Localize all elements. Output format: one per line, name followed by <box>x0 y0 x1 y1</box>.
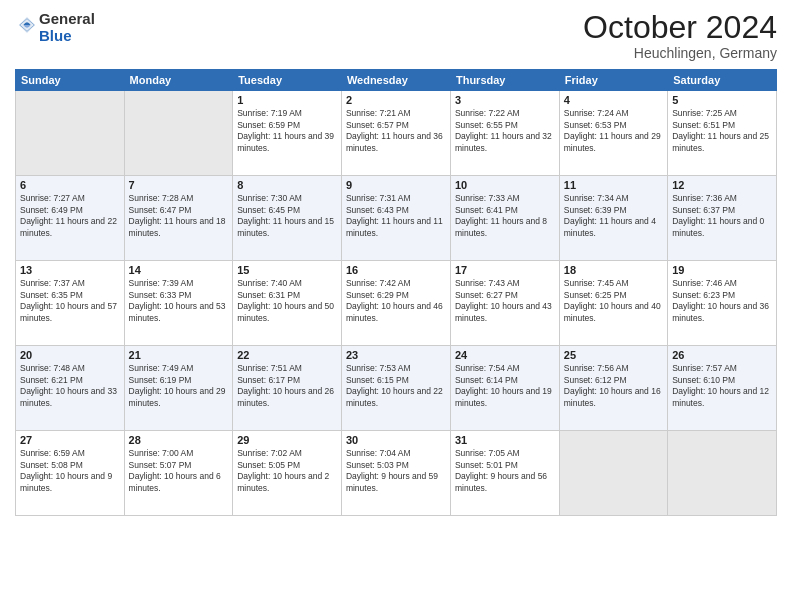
day-number: 19 <box>672 264 772 276</box>
calendar-cell: 12Sunrise: 7:36 AMSunset: 6:37 PMDayligh… <box>668 176 777 261</box>
day-number: 15 <box>237 264 337 276</box>
week-row-1: 1Sunrise: 7:19 AMSunset: 6:59 PMDaylight… <box>16 91 777 176</box>
day-number: 21 <box>129 349 229 361</box>
calendar-cell <box>559 431 667 516</box>
day-info: Sunrise: 7:51 AMSunset: 6:17 PMDaylight:… <box>237 363 337 409</box>
day-info: Sunrise: 6:59 AMSunset: 5:08 PMDaylight:… <box>20 448 120 494</box>
day-number: 29 <box>237 434 337 446</box>
day-number: 6 <box>20 179 120 191</box>
day-number: 5 <box>672 94 772 106</box>
day-number: 10 <box>455 179 555 191</box>
day-number: 3 <box>455 94 555 106</box>
logo: General Blue <box>15 10 95 45</box>
day-number: 14 <box>129 264 229 276</box>
calendar-cell: 15Sunrise: 7:40 AMSunset: 6:31 PMDayligh… <box>233 261 342 346</box>
day-info: Sunrise: 7:19 AMSunset: 6:59 PMDaylight:… <box>237 108 337 154</box>
page: General Blue October 2024 Heuchlingen, G… <box>0 0 792 612</box>
day-info: Sunrise: 7:57 AMSunset: 6:10 PMDaylight:… <box>672 363 772 409</box>
day-info: Sunrise: 7:42 AMSunset: 6:29 PMDaylight:… <box>346 278 446 324</box>
column-header-friday: Friday <box>559 70 667 91</box>
column-header-saturday: Saturday <box>668 70 777 91</box>
calendar-cell: 29Sunrise: 7:02 AMSunset: 5:05 PMDayligh… <box>233 431 342 516</box>
column-header-wednesday: Wednesday <box>341 70 450 91</box>
calendar-header-row: SundayMondayTuesdayWednesdayThursdayFrid… <box>16 70 777 91</box>
day-info: Sunrise: 7:02 AMSunset: 5:05 PMDaylight:… <box>237 448 337 494</box>
day-info: Sunrise: 7:22 AMSunset: 6:55 PMDaylight:… <box>455 108 555 154</box>
day-info: Sunrise: 7:40 AMSunset: 6:31 PMDaylight:… <box>237 278 337 324</box>
calendar-cell: 9Sunrise: 7:31 AMSunset: 6:43 PMDaylight… <box>341 176 450 261</box>
day-number: 17 <box>455 264 555 276</box>
day-number: 22 <box>237 349 337 361</box>
day-info: Sunrise: 7:21 AMSunset: 6:57 PMDaylight:… <box>346 108 446 154</box>
day-info: Sunrise: 7:53 AMSunset: 6:15 PMDaylight:… <box>346 363 446 409</box>
day-info: Sunrise: 7:31 AMSunset: 6:43 PMDaylight:… <box>346 193 446 239</box>
day-info: Sunrise: 7:37 AMSunset: 6:35 PMDaylight:… <box>20 278 120 324</box>
day-info: Sunrise: 7:49 AMSunset: 6:19 PMDaylight:… <box>129 363 229 409</box>
calendar-cell: 10Sunrise: 7:33 AMSunset: 6:41 PMDayligh… <box>450 176 559 261</box>
day-info: Sunrise: 7:34 AMSunset: 6:39 PMDaylight:… <box>564 193 663 239</box>
calendar-cell: 5Sunrise: 7:25 AMSunset: 6:51 PMDaylight… <box>668 91 777 176</box>
calendar-cell: 25Sunrise: 7:56 AMSunset: 6:12 PMDayligh… <box>559 346 667 431</box>
day-number: 31 <box>455 434 555 446</box>
logo-text: General Blue <box>39 10 95 45</box>
day-info: Sunrise: 7:00 AMSunset: 5:07 PMDaylight:… <box>129 448 229 494</box>
calendar-cell: 7Sunrise: 7:28 AMSunset: 6:47 PMDaylight… <box>124 176 233 261</box>
column-header-thursday: Thursday <box>450 70 559 91</box>
calendar-cell: 13Sunrise: 7:37 AMSunset: 6:35 PMDayligh… <box>16 261 125 346</box>
day-info: Sunrise: 7:36 AMSunset: 6:37 PMDaylight:… <box>672 193 772 239</box>
day-number: 24 <box>455 349 555 361</box>
day-number: 27 <box>20 434 120 446</box>
column-header-monday: Monday <box>124 70 233 91</box>
day-info: Sunrise: 7:05 AMSunset: 5:01 PMDaylight:… <box>455 448 555 494</box>
day-info: Sunrise: 7:28 AMSunset: 6:47 PMDaylight:… <box>129 193 229 239</box>
calendar-cell: 17Sunrise: 7:43 AMSunset: 6:27 PMDayligh… <box>450 261 559 346</box>
day-number: 13 <box>20 264 120 276</box>
calendar-cell: 2Sunrise: 7:21 AMSunset: 6:57 PMDaylight… <box>341 91 450 176</box>
title-block: October 2024 Heuchlingen, Germany <box>583 10 777 61</box>
day-number: 12 <box>672 179 772 191</box>
day-info: Sunrise: 7:54 AMSunset: 6:14 PMDaylight:… <box>455 363 555 409</box>
week-row-3: 13Sunrise: 7:37 AMSunset: 6:35 PMDayligh… <box>16 261 777 346</box>
day-number: 16 <box>346 264 446 276</box>
day-info: Sunrise: 7:46 AMSunset: 6:23 PMDaylight:… <box>672 278 772 324</box>
day-number: 20 <box>20 349 120 361</box>
day-number: 4 <box>564 94 663 106</box>
calendar-cell: 8Sunrise: 7:30 AMSunset: 6:45 PMDaylight… <box>233 176 342 261</box>
day-number: 18 <box>564 264 663 276</box>
calendar-cell: 19Sunrise: 7:46 AMSunset: 6:23 PMDayligh… <box>668 261 777 346</box>
location: Heuchlingen, Germany <box>583 45 777 61</box>
calendar-cell: 3Sunrise: 7:22 AMSunset: 6:55 PMDaylight… <box>450 91 559 176</box>
day-info: Sunrise: 7:04 AMSunset: 5:03 PMDaylight:… <box>346 448 446 494</box>
month-title: October 2024 <box>583 10 777 45</box>
calendar-cell: 28Sunrise: 7:00 AMSunset: 5:07 PMDayligh… <box>124 431 233 516</box>
column-header-sunday: Sunday <box>16 70 125 91</box>
day-info: Sunrise: 7:43 AMSunset: 6:27 PMDaylight:… <box>455 278 555 324</box>
day-number: 8 <box>237 179 337 191</box>
calendar-cell: 24Sunrise: 7:54 AMSunset: 6:14 PMDayligh… <box>450 346 559 431</box>
day-info: Sunrise: 7:27 AMSunset: 6:49 PMDaylight:… <box>20 193 120 239</box>
calendar-cell: 21Sunrise: 7:49 AMSunset: 6:19 PMDayligh… <box>124 346 233 431</box>
week-row-5: 27Sunrise: 6:59 AMSunset: 5:08 PMDayligh… <box>16 431 777 516</box>
day-info: Sunrise: 7:48 AMSunset: 6:21 PMDaylight:… <box>20 363 120 409</box>
day-number: 7 <box>129 179 229 191</box>
calendar-cell: 20Sunrise: 7:48 AMSunset: 6:21 PMDayligh… <box>16 346 125 431</box>
calendar-cell: 26Sunrise: 7:57 AMSunset: 6:10 PMDayligh… <box>668 346 777 431</box>
day-info: Sunrise: 7:45 AMSunset: 6:25 PMDaylight:… <box>564 278 663 324</box>
week-row-4: 20Sunrise: 7:48 AMSunset: 6:21 PMDayligh… <box>16 346 777 431</box>
calendar-cell <box>16 91 125 176</box>
day-number: 2 <box>346 94 446 106</box>
column-header-tuesday: Tuesday <box>233 70 342 91</box>
calendar-cell: 6Sunrise: 7:27 AMSunset: 6:49 PMDaylight… <box>16 176 125 261</box>
day-number: 30 <box>346 434 446 446</box>
day-info: Sunrise: 7:25 AMSunset: 6:51 PMDaylight:… <box>672 108 772 154</box>
calendar-cell: 11Sunrise: 7:34 AMSunset: 6:39 PMDayligh… <box>559 176 667 261</box>
header: General Blue October 2024 Heuchlingen, G… <box>15 10 777 61</box>
logo-icon <box>17 11 37 39</box>
calendar-cell: 30Sunrise: 7:04 AMSunset: 5:03 PMDayligh… <box>341 431 450 516</box>
day-info: Sunrise: 7:33 AMSunset: 6:41 PMDaylight:… <box>455 193 555 239</box>
calendar-cell: 1Sunrise: 7:19 AMSunset: 6:59 PMDaylight… <box>233 91 342 176</box>
calendar-cell: 14Sunrise: 7:39 AMSunset: 6:33 PMDayligh… <box>124 261 233 346</box>
calendar-cell: 23Sunrise: 7:53 AMSunset: 6:15 PMDayligh… <box>341 346 450 431</box>
calendar-cell: 31Sunrise: 7:05 AMSunset: 5:01 PMDayligh… <box>450 431 559 516</box>
calendar-cell: 22Sunrise: 7:51 AMSunset: 6:17 PMDayligh… <box>233 346 342 431</box>
